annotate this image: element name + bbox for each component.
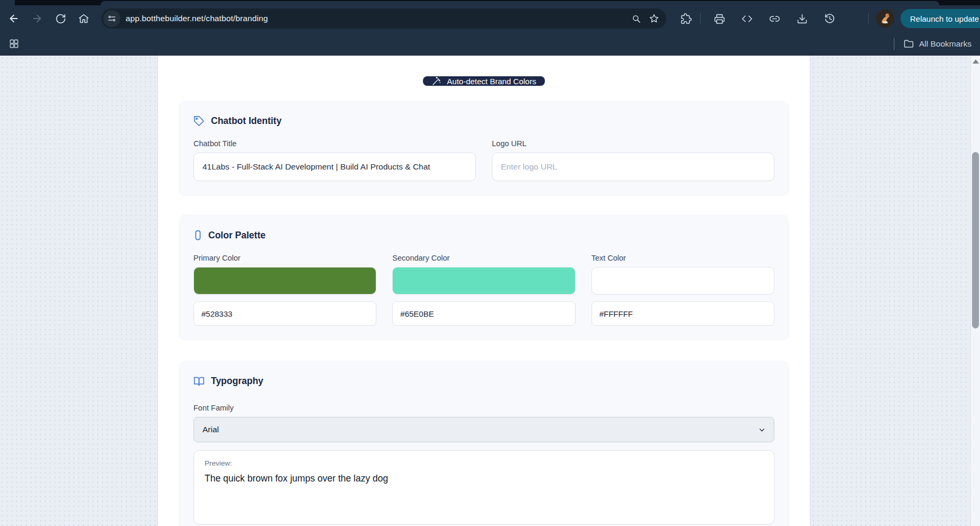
tab-strip-left-stub: [0, 0, 15, 5]
scrollbar-thumb[interactable]: [972, 152, 979, 328]
primary-color-label: Primary Color: [193, 254, 376, 262]
toolbar-separator: [868, 13, 869, 24]
card-title: Typography: [211, 376, 263, 387]
font-family-value: Arial: [202, 425, 219, 434]
chatbot-title-field-group: Chatbot Title: [193, 139, 476, 181]
primary-color-swatch[interactable]: [193, 267, 376, 295]
url-text: app.botthebuilder.net/chatbot/branding: [126, 14, 626, 23]
secondary-color-hex-input[interactable]: [392, 301, 575, 326]
relaunch-label: Relaunch to update: [910, 14, 979, 23]
page-scrollbar[interactable]: [970, 56, 980, 526]
link-button[interactable]: [765, 10, 783, 28]
text-color-hex-input[interactable]: [591, 301, 774, 326]
folder-icon: [903, 38, 914, 49]
swatch-icon: [193, 229, 202, 241]
back-arrow-icon: [8, 13, 20, 24]
chatbot-title-input[interactable]: [193, 153, 476, 181]
reload-icon: [55, 13, 66, 24]
text-color-group: Text Color: [591, 254, 774, 326]
tab-strip: [0, 0, 980, 5]
print-button[interactable]: [710, 10, 728, 28]
secondary-color-label: Secondary Color: [392, 254, 575, 262]
chatbot-title-label: Chatbot Title: [193, 139, 476, 148]
bookmark-star-button[interactable]: [646, 11, 662, 26]
auto-detect-label: Auto-detect Brand Colors: [447, 77, 536, 86]
site-settings-button[interactable]: [103, 10, 120, 27]
history-icon: [824, 13, 835, 24]
logo-url-label: Logo URL: [492, 139, 774, 148]
bookmarks-separator: [894, 38, 895, 50]
book-icon: [193, 376, 205, 387]
text-color-swatch[interactable]: [591, 267, 774, 295]
chevron-down-icon: [758, 426, 765, 433]
relaunch-to-update-button[interactable]: Relaunch to update: [900, 9, 980, 28]
scrollbar-up-arrow[interactable]: [973, 59, 979, 64]
branding-page: Auto-detect Brand Colors Chatbot Identit…: [157, 56, 810, 526]
all-bookmarks-button[interactable]: All Bookmarks: [903, 38, 972, 49]
preview-text: The quick brown fox jumps over the lazy …: [205, 473, 763, 484]
logo-url-input[interactable]: [492, 153, 774, 181]
history-button[interactable]: [820, 10, 838, 28]
color-palette-card: Color Palette Primary Color Secondary Co…: [179, 215, 789, 341]
typography-card: Typography Font Family Arial Preview: Th…: [179, 361, 789, 526]
extensions-puzzle-icon: [681, 13, 692, 24]
secondary-color-swatch[interactable]: [392, 267, 575, 295]
active-tab[interactable]: [101, 1, 939, 5]
forward-button[interactable]: [28, 10, 46, 28]
primary-color-hex-input[interactable]: [193, 301, 376, 326]
bookmarks-bar: All Bookmarks: [0, 32, 980, 56]
chatbot-identity-card: Chatbot Identity Chatbot Title Logo URL: [179, 101, 789, 196]
browser-toolbar: app.botthebuilder.net/chatbot/branding: [0, 5, 980, 32]
card-header: Color Palette: [193, 229, 774, 241]
page-area: Auto-detect Brand Colors Chatbot Identit…: [0, 56, 980, 526]
reload-button[interactable]: [51, 10, 69, 28]
code-button[interactable]: [738, 10, 756, 28]
toolbar-separator: [700, 13, 701, 24]
back-button[interactable]: [5, 10, 23, 28]
preview-label: Preview:: [205, 459, 763, 467]
apps-grid-icon: [9, 39, 19, 49]
card-title: Color Palette: [208, 230, 266, 241]
magnifier-icon: [631, 14, 641, 24]
logo-url-field-group: Logo URL: [492, 139, 774, 181]
star-icon: [649, 13, 659, 24]
home-icon: [78, 13, 90, 24]
zoom-page-button[interactable]: [628, 11, 644, 26]
card-title: Chatbot Identity: [211, 115, 281, 127]
tag-icon: [193, 115, 205, 127]
profile-avatar[interactable]: [876, 10, 894, 28]
download-button[interactable]: [793, 10, 811, 28]
browser-window: app.botthebuilder.net/chatbot/branding: [0, 0, 980, 526]
forward-arrow-icon: [31, 13, 43, 24]
text-color-label: Text Color: [591, 254, 774, 262]
all-bookmarks-label: All Bookmarks: [919, 39, 972, 49]
extensions-button[interactable]: [677, 10, 695, 28]
auto-detect-brand-colors-button[interactable]: Auto-detect Brand Colors: [423, 76, 544, 86]
secondary-color-group: Secondary Color: [392, 254, 575, 326]
tune-icon: [107, 14, 117, 23]
magic-wand-icon: [431, 76, 441, 86]
download-icon: [797, 13, 808, 24]
avatar-image: [876, 10, 894, 28]
apps-grid-button[interactable]: [5, 35, 22, 52]
link-icon: [769, 13, 780, 24]
font-family-select[interactable]: Arial: [193, 417, 774, 442]
font-preview-box: Preview: The quick brown fox jumps over …: [193, 450, 774, 524]
card-header: Chatbot Identity: [193, 115, 774, 127]
card-header: Typography: [193, 376, 774, 387]
primary-color-group: Primary Color: [193, 254, 376, 326]
code-icon: [741, 13, 753, 24]
font-family-label: Font Family: [193, 404, 774, 412]
address-bar[interactable]: app.botthebuilder.net/chatbot/branding: [101, 8, 666, 29]
home-button[interactable]: [75, 10, 93, 28]
print-icon: [714, 13, 725, 24]
